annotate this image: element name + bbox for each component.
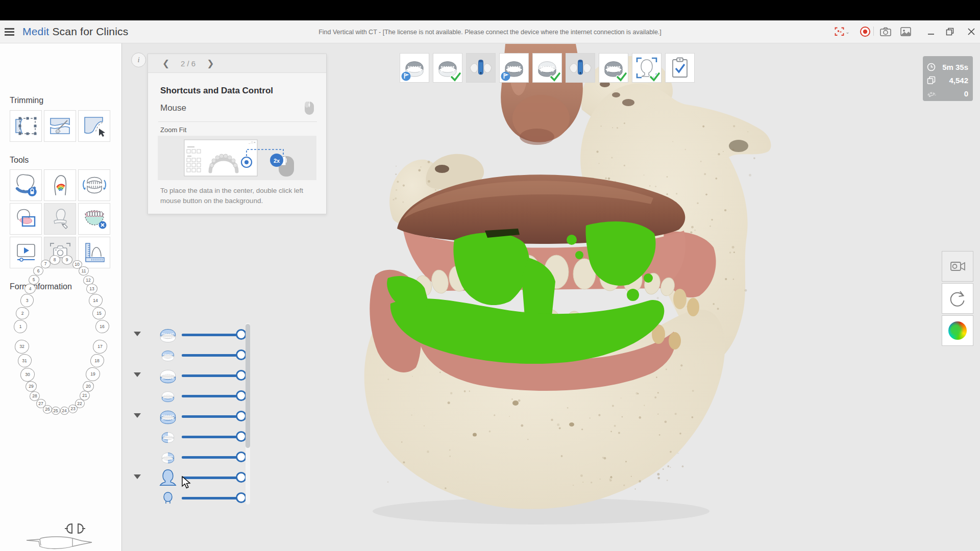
- tooth-14[interactable]: 14: [89, 294, 103, 307]
- stage-mandible[interactable]: [499, 53, 529, 83]
- delete-arch-button[interactable]: [78, 203, 110, 235]
- face-small-icon[interactable]: [157, 491, 179, 505]
- stage-occlusion[interactable]: [599, 53, 628, 83]
- collapse-arrow-icon[interactable]: [134, 474, 141, 479]
- margin-line-button[interactable]: [44, 203, 76, 235]
- slider-handle[interactable]: [236, 472, 247, 483]
- tooth-19[interactable]: 19: [86, 367, 100, 381]
- collapse-arrow-icon[interactable]: [134, 413, 141, 418]
- stage-result[interactable]: [665, 53, 695, 83]
- tooth-31[interactable]: 31: [18, 354, 32, 367]
- tooth-32[interactable]: 32: [15, 340, 29, 354]
- slider-handle[interactable]: [236, 370, 247, 381]
- collapse-arrow-icon[interactable]: [134, 372, 141, 377]
- flag-badge-icon: [401, 71, 411, 81]
- slider-handle[interactable]: [236, 390, 247, 401]
- measurement-button[interactable]: [78, 237, 110, 268]
- mandible-icon[interactable]: [157, 366, 179, 385]
- jaws-arrows-icon: [81, 173, 108, 197]
- stage-scanbody-2[interactable]: [566, 53, 595, 83]
- face-icon[interactable]: [157, 468, 179, 487]
- collapse-arrow-icon[interactable]: [134, 332, 141, 336]
- stage-maxilla-complete[interactable]: [433, 53, 462, 83]
- tooth-16[interactable]: 16: [95, 320, 109, 333]
- layer-opacity-panel: [129, 324, 254, 508]
- tooth-8[interactable]: 8: [50, 255, 60, 265]
- bite-left-icon[interactable]: [157, 429, 179, 444]
- gallery-button[interactable]: [899, 26, 912, 38]
- stage-scanbody-1[interactable]: [466, 53, 496, 83]
- mandible-group-opacity-slider[interactable]: [182, 370, 245, 381]
- tooth-13[interactable]: 13: [86, 284, 97, 294]
- bite-right-opacity-slider[interactable]: [182, 452, 245, 463]
- next-page-icon[interactable]: ❯: [207, 58, 214, 69]
- tooth-24[interactable]: 24: [60, 407, 69, 415]
- scrollbar-thumb[interactable]: [246, 324, 250, 448]
- occlusion-icon[interactable]: [157, 407, 179, 426]
- mandible-scan-opacity-slider[interactable]: [182, 390, 245, 402]
- tooth-1[interactable]: 1: [14, 320, 27, 333]
- tooth-18[interactable]: 18: [90, 354, 104, 367]
- tooth-29[interactable]: 29: [26, 381, 37, 392]
- slider-handle[interactable]: [236, 411, 247, 421]
- occlusion-check-button[interactable]: [78, 169, 110, 201]
- lock-data-button[interactable]: [10, 169, 42, 201]
- maxilla-small-icon[interactable]: [157, 347, 179, 363]
- tooth-9[interactable]: 9: [62, 255, 72, 265]
- stage-maxilla[interactable]: [400, 53, 429, 83]
- occlusion-group-row: [129, 406, 254, 427]
- maxilla-icon[interactable]: [157, 325, 179, 344]
- slider-handle[interactable]: [236, 492, 247, 503]
- maxilla-group-opacity-slider[interactable]: [182, 329, 245, 340]
- tooth-3[interactable]: 3: [20, 294, 34, 307]
- slider-handle[interactable]: [236, 329, 247, 340]
- tooth-15[interactable]: 15: [92, 307, 106, 319]
- tooth-28[interactable]: 28: [30, 391, 40, 401]
- tooth-6[interactable]: 6: [33, 266, 43, 276]
- tooth-17[interactable]: 17: [93, 340, 107, 354]
- slider-handle[interactable]: [236, 431, 247, 442]
- slider-handle[interactable]: [236, 349, 247, 360]
- close-button[interactable]: [965, 26, 977, 38]
- color-analysis-button[interactable]: [44, 169, 76, 201]
- tooth-30[interactable]: 30: [20, 368, 35, 382]
- tooth-23[interactable]: 23: [68, 405, 78, 413]
- face-scan-opacity-slider[interactable]: [182, 492, 245, 504]
- stage-mandible-complete[interactable]: [532, 53, 562, 83]
- trim-smart-button[interactable]: [78, 110, 110, 142]
- layer-scrollbar[interactable]: [246, 323, 250, 505]
- crop-area-button[interactable]: [10, 203, 42, 235]
- occlusion-group-opacity-slider[interactable]: [182, 411, 245, 422]
- tooth-7[interactable]: 7: [41, 260, 51, 268]
- face-group-opacity-slider[interactable]: [182, 472, 245, 483]
- replay-video-button[interactable]: [10, 237, 42, 268]
- minimize-button[interactable]: [925, 26, 937, 38]
- maximize-button[interactable]: [944, 26, 956, 38]
- tooth-25[interactable]: 25: [52, 407, 60, 415]
- tooth-27[interactable]: 27: [36, 399, 46, 408]
- capture-area-button[interactable]: ⌄: [836, 26, 848, 38]
- video-capture-button[interactable]: [942, 251, 973, 282]
- tooth-4[interactable]: 4: [24, 284, 36, 294]
- bite-left-opacity-slider[interactable]: [182, 431, 245, 442]
- tooth-2[interactable]: 2: [16, 307, 29, 319]
- info-icon[interactable]: i: [131, 53, 146, 67]
- brand-name: Medit: [22, 26, 49, 37]
- bite-right-icon[interactable]: [157, 449, 179, 465]
- screenshot-button[interactable]: [879, 26, 892, 38]
- tooth-20[interactable]: 20: [83, 381, 94, 392]
- hamburger-menu-icon[interactable]: [5, 28, 14, 36]
- record-button[interactable]: [859, 26, 871, 38]
- trim-brush-button[interactable]: [44, 110, 76, 142]
- tooth-5[interactable]: 5: [29, 275, 39, 285]
- stage-face-scan[interactable]: [632, 53, 662, 83]
- slider-handle[interactable]: [236, 452, 247, 462]
- maxilla-scan-opacity-slider[interactable]: [182, 349, 245, 361]
- ruler-icon: [82, 240, 107, 265]
- tooth-11[interactable]: 11: [79, 266, 89, 276]
- mandible-small-icon[interactable]: [157, 388, 179, 404]
- color-map-button[interactable]: [942, 315, 973, 346]
- trim-selection-button[interactable]: [10, 110, 42, 142]
- prev-page-icon[interactable]: ❮: [162, 58, 169, 69]
- reset-view-button[interactable]: [942, 283, 973, 314]
